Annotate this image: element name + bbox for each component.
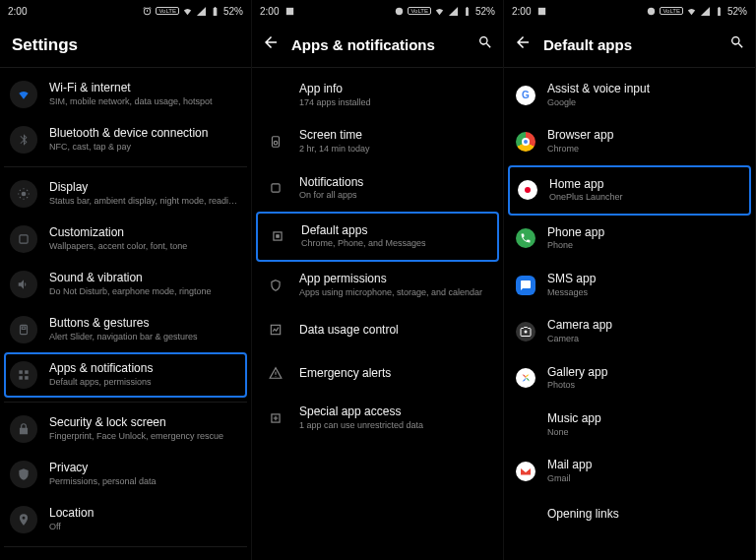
setting-title: Home app bbox=[549, 177, 741, 193]
setting-browser[interactable]: Browser app Chrome bbox=[508, 118, 751, 164]
setting-subtitle: 174 apps installed bbox=[299, 97, 491, 109]
back-icon[interactable] bbox=[262, 33, 280, 55]
setting-home-app[interactable]: Home app OnePlus Launcher bbox=[508, 165, 751, 216]
divider bbox=[504, 67, 755, 68]
setting-display[interactable]: Display Status bar, ambient display, nig… bbox=[4, 171, 247, 217]
search-icon[interactable] bbox=[477, 34, 493, 54]
setting-bluetooth[interactable]: Bluetooth & device connection NFC, cast,… bbox=[4, 117, 247, 162]
setting-wifi[interactable]: Wi-Fi & internet SIM, mobile network, da… bbox=[4, 72, 247, 117]
setting-subtitle: Photos bbox=[547, 380, 743, 392]
buttons-icon bbox=[10, 316, 37, 343]
page-title: Apps & notifications bbox=[291, 36, 466, 53]
divider bbox=[4, 402, 247, 403]
setting-subtitle: OnePlus Launcher bbox=[549, 192, 741, 204]
battery-icon bbox=[210, 6, 220, 17]
svg-rect-7 bbox=[25, 376, 29, 380]
setting-music-app[interactable]: Music app None bbox=[508, 402, 751, 448]
wifi-icon bbox=[686, 6, 697, 17]
setting-battery[interactable]: Battery 52% - Should last until about 8:… bbox=[4, 551, 247, 560]
setting-title: Wi-Fi & internet bbox=[49, 81, 241, 96]
setting-sound[interactable]: Sound & vibration Do Not Disturb, earpho… bbox=[4, 262, 247, 307]
setting-mail-app[interactable]: Mail app Gmail bbox=[508, 448, 751, 494]
setting-default-apps[interactable]: Default apps Chrome, Phone, and Messages bbox=[256, 212, 499, 262]
empty-icon bbox=[516, 415, 536, 435]
setting-special-access[interactable]: Special app access 1 app can use unrestr… bbox=[256, 395, 499, 441]
divider bbox=[0, 67, 251, 68]
setting-subtitle: 1 app can use unrestricted data bbox=[299, 420, 491, 432]
setting-subtitle: Messages bbox=[547, 287, 743, 299]
setting-security[interactable]: Security & lock screen Fingerprint, Face… bbox=[4, 406, 247, 452]
setting-app-permissions[interactable]: App permissions Apps using microphone, s… bbox=[256, 262, 499, 308]
setting-subtitle: Off bbox=[49, 522, 241, 533]
setting-opening-links[interactable]: Opening links bbox=[508, 495, 751, 534]
customization-icon bbox=[10, 225, 37, 253]
shield-icon bbox=[10, 461, 37, 488]
location-icon bbox=[10, 506, 37, 533]
setting-subtitle: Fingerprint, Face Unlock, emergency resc… bbox=[49, 431, 241, 443]
svg-rect-3 bbox=[22, 327, 26, 329]
screenshot-icon bbox=[284, 6, 295, 17]
setting-title: Location bbox=[49, 506, 241, 522]
setting-title: Mail app bbox=[547, 458, 743, 473]
setting-title: Buttons & gestures bbox=[49, 316, 241, 332]
gmail-icon bbox=[516, 462, 536, 481]
setting-title: Music app bbox=[547, 411, 743, 427]
setting-data-usage[interactable]: Data usage control bbox=[256, 308, 499, 351]
setting-title: Screen time bbox=[299, 128, 491, 144]
setting-subtitle: Apps using microphone, storage, and cale… bbox=[299, 287, 491, 299]
setting-subtitle: Status bar, ambient display, night mode,… bbox=[49, 196, 241, 208]
apps-icon bbox=[10, 361, 37, 389]
setting-screen-time[interactable]: Screen time 2 hr, 14 min today bbox=[256, 118, 499, 164]
chrome-icon bbox=[516, 132, 536, 152]
display-icon bbox=[10, 180, 37, 208]
battery-pct: 52% bbox=[223, 6, 243, 17]
battery-icon bbox=[462, 6, 472, 17]
setting-camera-app[interactable]: Camera app Camera bbox=[508, 308, 751, 354]
divider bbox=[4, 166, 247, 167]
setting-sms-app[interactable]: SMS app Messages bbox=[508, 262, 751, 308]
messages-icon bbox=[516, 276, 536, 295]
setting-notifications[interactable]: Notifications On for all apps bbox=[256, 165, 499, 212]
wifi-icon bbox=[182, 6, 193, 17]
search-icon[interactable] bbox=[729, 34, 745, 54]
setting-emergency-alerts[interactable]: Emergency alerts bbox=[256, 351, 499, 395]
setting-title: App info bbox=[299, 82, 491, 97]
google-icon: G bbox=[516, 86, 536, 105]
phone-icon bbox=[516, 228, 536, 248]
setting-app-info[interactable]: App info 174 apps installed bbox=[256, 72, 499, 118]
setting-location[interactable]: Location Off bbox=[4, 497, 247, 542]
signal-icon bbox=[196, 6, 207, 17]
sound-icon bbox=[10, 271, 37, 298]
setting-customization[interactable]: Customization Wallpapers, accent color, … bbox=[4, 217, 247, 262]
camera-icon bbox=[516, 322, 536, 342]
status-bar: 2:00 VoLTE 52% bbox=[0, 0, 251, 22]
setting-apps-notifications[interactable]: Apps & notifications Default apps, permi… bbox=[4, 352, 247, 398]
lock-icon bbox=[10, 415, 37, 443]
svg-rect-16 bbox=[538, 7, 545, 14]
svg-rect-13 bbox=[277, 235, 279, 237]
setting-title: Camera app bbox=[547, 318, 743, 334]
divider bbox=[4, 546, 247, 547]
volte-icon: VoLTE bbox=[660, 7, 683, 15]
setting-gallery-app[interactable]: Gallery app Photos bbox=[508, 355, 751, 402]
setting-subtitle: Phone bbox=[547, 240, 743, 252]
setting-assist[interactable]: G Assist & voice input Google bbox=[508, 72, 751, 118]
status-time: 2:00 bbox=[8, 6, 27, 17]
special-access-icon bbox=[264, 406, 287, 430]
back-icon[interactable] bbox=[514, 33, 532, 55]
setting-buttons[interactable]: Buttons & gestures Alert Slider, navigat… bbox=[4, 307, 247, 352]
setting-title: Customization bbox=[49, 225, 241, 241]
setting-privacy[interactable]: Privacy Permissions, personal data bbox=[4, 452, 247, 497]
setting-subtitle: Gmail bbox=[547, 473, 743, 485]
signal-icon bbox=[448, 6, 459, 17]
setting-subtitle: Alert Slider, navigation bar & gestures bbox=[49, 332, 241, 343]
setting-title: Emergency alerts bbox=[299, 366, 491, 382]
settings-screen: 2:00 VoLTE 52% Settings Wi-Fi & internet… bbox=[0, 0, 252, 560]
alarm-icon bbox=[646, 6, 657, 17]
setting-title: Privacy bbox=[49, 461, 241, 476]
battery-pct: 52% bbox=[727, 6, 747, 17]
setting-phone-app[interactable]: Phone app Phone bbox=[508, 216, 751, 262]
setting-subtitle: None bbox=[547, 427, 743, 439]
setting-subtitle: Camera bbox=[547, 334, 743, 345]
setting-subtitle: Chrome, Phone, and Messages bbox=[301, 238, 489, 250]
